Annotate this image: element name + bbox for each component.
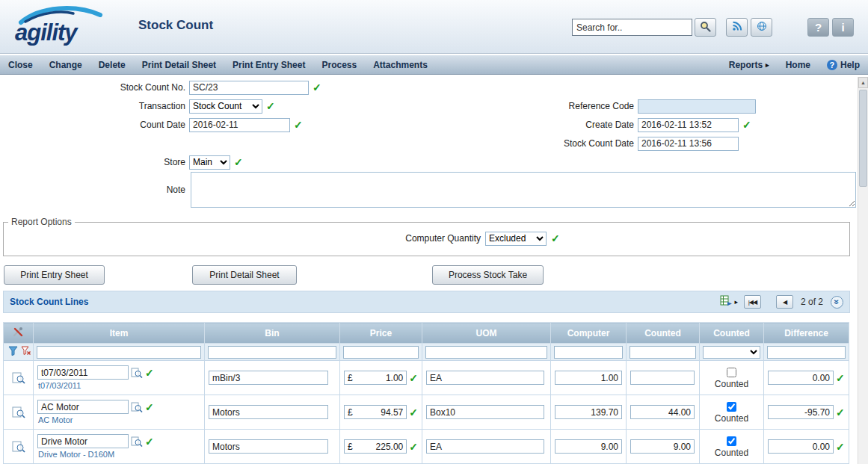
- process-stock-take-button[interactable]: Process Stock Take: [432, 265, 544, 285]
- menu-label: Home: [786, 60, 810, 70]
- collapse-section-button[interactable]: »: [831, 296, 843, 309]
- clear-filter-icon[interactable]: [21, 346, 31, 358]
- stock-count-date-input[interactable]: [638, 137, 739, 151]
- bin-input[interactable]: [209, 371, 328, 385]
- counted-checkbox[interactable]: [727, 368, 736, 377]
- price-input[interactable]: £ 225.00: [344, 439, 407, 454]
- create-date-input[interactable]: [638, 118, 739, 132]
- table-row: ✓ t07/03/2011 £ 1.00 ✓: [4, 361, 849, 395]
- uom-input[interactable]: [426, 371, 544, 385]
- agility-logo[interactable]: agility: [12, 4, 117, 49]
- currency-symbol: £: [348, 442, 353, 452]
- filter-price-input[interactable]: [343, 346, 419, 359]
- counted-qty-input[interactable]: [630, 371, 695, 385]
- column-header-item[interactable]: Item: [34, 323, 205, 344]
- export-button[interactable]: ▸: [720, 295, 738, 309]
- help-button[interactable]: ?: [807, 18, 829, 37]
- counted-qty-input[interactable]: [630, 439, 695, 454]
- column-header-price[interactable]: Price: [340, 323, 422, 344]
- filter-counted-flag-select[interactable]: [703, 346, 760, 359]
- transaction-label: Transaction: [0, 101, 185, 111]
- first-page-button[interactable]: |◀◀: [744, 295, 761, 309]
- menu-item-close[interactable]: Close: [0, 55, 41, 74]
- price-input[interactable]: £ 94.57: [344, 405, 407, 419]
- filter-difference-input[interactable]: [767, 346, 846, 359]
- note-textarea[interactable]: [191, 172, 856, 208]
- column-header-counted-flag[interactable]: Counted: [700, 323, 764, 344]
- search-button[interactable]: [695, 18, 716, 37]
- menu-label: Delete: [99, 60, 126, 70]
- rss-button[interactable]: [726, 18, 748, 37]
- preview-record-icon[interactable]: [7, 441, 29, 453]
- globe-button[interactable]: [751, 18, 772, 37]
- menu-label: Close: [8, 60, 33, 70]
- preview-record-icon[interactable]: [7, 372, 29, 384]
- difference-input[interactable]: [768, 439, 834, 454]
- menu-item-print-detail-sheet[interactable]: Print Detail Sheet: [134, 55, 224, 74]
- counted-checkbox-label: Counted: [715, 448, 748, 458]
- print-entry-sheet-button[interactable]: Print Entry Sheet: [4, 265, 105, 285]
- scroll-up-arrow-icon[interactable]: ▲: [858, 77, 868, 88]
- store-select[interactable]: Main: [189, 155, 230, 170]
- menu-item-home[interactable]: Home: [778, 60, 819, 70]
- scrollbar-thumb[interactable]: [859, 90, 867, 187]
- counted-checkbox[interactable]: [727, 402, 736, 412]
- menu-label: Process: [321, 60, 357, 70]
- computer-qty-input[interactable]: [555, 405, 622, 419]
- filter-bin-input[interactable]: [208, 346, 336, 359]
- counted-qty-input[interactable]: [630, 405, 695, 419]
- item-lookup-icon[interactable]: [131, 436, 143, 447]
- price-input[interactable]: £ 1.00: [344, 371, 407, 385]
- stock-count-lines-table: Item Bin Price UOM Computer Counted Coun…: [3, 322, 849, 464]
- menu-label: Print Entry Sheet: [233, 60, 305, 70]
- print-detail-sheet-button[interactable]: Print Detail Sheet: [192, 265, 297, 285]
- menu-item-delete[interactable]: Delete: [90, 55, 134, 74]
- preview-record-icon[interactable]: [7, 406, 29, 418]
- item-input[interactable]: [37, 365, 129, 380]
- count-date-row: Count Date ✓: [0, 117, 303, 132]
- counted-checkbox[interactable]: [727, 436, 736, 446]
- count-date-input[interactable]: [189, 118, 290, 132]
- menu-item-reports[interactable]: Reports ▸: [721, 60, 778, 70]
- item-lookup-icon[interactable]: [131, 402, 143, 412]
- item-input[interactable]: [37, 434, 129, 448]
- item-lookup-icon[interactable]: [131, 368, 143, 378]
- reference-code-input[interactable]: [638, 99, 756, 114]
- menu-item-help[interactable]: ? Help: [819, 60, 868, 70]
- column-header-bin[interactable]: Bin: [205, 323, 340, 344]
- filter-computer-input[interactable]: [554, 346, 623, 359]
- search-input[interactable]: [572, 19, 692, 36]
- menu-item-process[interactable]: Process: [313, 55, 365, 74]
- uom-input[interactable]: [426, 405, 544, 419]
- transaction-select[interactable]: Stock Count: [189, 99, 262, 114]
- computer-qty-input[interactable]: [555, 439, 622, 454]
- bin-input[interactable]: [209, 405, 328, 419]
- computer-qty-input[interactable]: [555, 371, 622, 385]
- valid-check-icon: ✓: [836, 442, 845, 452]
- filter-uom-input[interactable]: [425, 346, 547, 359]
- info-button[interactable]: i: [832, 18, 854, 37]
- uom-input[interactable]: [426, 439, 544, 454]
- store-label: Store: [0, 157, 185, 167]
- filter-item-input[interactable]: [37, 346, 201, 359]
- prev-page-button[interactable]: ◀: [776, 295, 793, 309]
- difference-input[interactable]: [768, 405, 834, 419]
- valid-check-icon: ✓: [145, 368, 154, 378]
- column-header-counted[interactable]: Counted: [627, 323, 700, 344]
- menu-item-print-entry-sheet[interactable]: Print Entry Sheet: [224, 55, 313, 74]
- apply-filter-icon[interactable]: [8, 346, 18, 358]
- stock-count-no-input[interactable]: [189, 81, 309, 95]
- menu-item-attachments[interactable]: Attachments: [365, 55, 436, 74]
- valid-check-icon: ✓: [145, 436, 154, 447]
- bin-input[interactable]: [209, 439, 328, 454]
- difference-input[interactable]: [768, 371, 834, 385]
- vertical-scrollbar[interactable]: ▲: [858, 77, 868, 464]
- filter-counted-input[interactable]: [630, 346, 696, 359]
- menu-item-change[interactable]: Change: [41, 55, 90, 74]
- column-header-difference[interactable]: Difference: [764, 323, 849, 344]
- computer-quantity-select[interactable]: Excluded: [485, 232, 547, 246]
- column-header-computer[interactable]: Computer: [551, 323, 627, 344]
- column-header-uom[interactable]: UOM: [422, 323, 551, 344]
- valid-check-icon: ✓: [742, 120, 751, 130]
- item-input[interactable]: [37, 400, 129, 414]
